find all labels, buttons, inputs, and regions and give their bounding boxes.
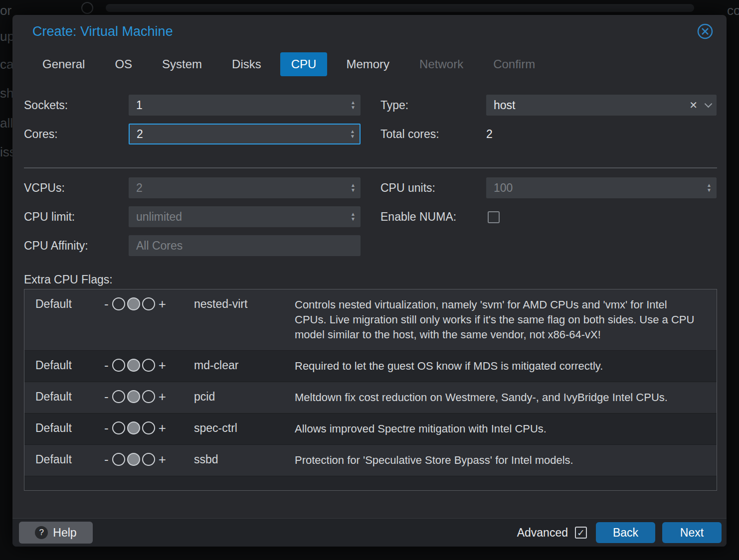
dialog-tabs: General OS System Disks CPU Memory Netwo… <box>31 52 546 76</box>
enable-numa-checkbox[interactable] <box>488 211 500 223</box>
flag-name: nested-virt <box>194 297 295 311</box>
flag-state: Default <box>24 421 93 435</box>
enable-numa-label: Enable NUMA: <box>380 206 456 227</box>
backdrop-text-fragment: sh <box>0 86 13 101</box>
toggle-plus-icon[interactable]: + <box>157 297 168 310</box>
type-combo[interactable]: host ✕ <box>486 95 717 116</box>
toggle-off-circle[interactable] <box>112 390 125 403</box>
flag-toggle[interactable]: - + <box>93 390 194 403</box>
help-button[interactable]: ? Help <box>19 522 93 544</box>
flag-name: ssbd <box>194 453 295 466</box>
spinner-icon[interactable]: ▲▼ <box>350 129 355 139</box>
toggle-minus-icon[interactable]: - <box>103 359 110 372</box>
flag-description: Meltdown fix cost reduction on Westmere,… <box>295 390 717 405</box>
toggle-default-circle[interactable] <box>127 421 140 434</box>
advanced-checkbox[interactable]: ✓ <box>575 527 587 539</box>
clear-icon[interactable]: ✕ <box>689 99 698 111</box>
tab-disks[interactable]: Disks <box>221 52 272 76</box>
spinner-icon: ▲▼ <box>707 183 712 193</box>
toggle-plus-icon[interactable]: + <box>157 421 168 434</box>
dialog-title: Create: Virtual Machine <box>32 24 173 39</box>
advanced-label: Advanced <box>517 526 568 540</box>
sockets-field[interactable]: 1 ▲▼ <box>129 95 361 116</box>
toggle-on-circle[interactable] <box>142 421 155 434</box>
table-row: Default - + md-clear Required to let the… <box>24 351 717 382</box>
toggle-off-circle[interactable] <box>112 359 125 372</box>
total-cores-value: 2 <box>486 124 493 144</box>
backdrop-text-fragment: or <box>0 3 11 18</box>
table-row: Default - + ssbd Protection for 'Specula… <box>24 445 717 476</box>
toggle-default-circle[interactable] <box>127 390 140 403</box>
cpu-affinity-label: CPU Affinity: <box>24 235 88 256</box>
toggle-minus-icon[interactable]: - <box>103 421 110 434</box>
flag-toggle[interactable]: - + <box>93 421 194 434</box>
help-button-label: Help <box>53 526 76 540</box>
toggle-on-circle[interactable] <box>142 359 155 372</box>
tab-system[interactable]: System <box>151 52 213 76</box>
total-cores-label: Total cores: <box>380 124 439 144</box>
flag-toggle[interactable]: - + <box>93 359 194 372</box>
toggle-minus-icon[interactable]: - <box>103 453 110 466</box>
flag-toggle[interactable]: - + <box>93 297 194 310</box>
backdrop-dim-row <box>106 4 694 12</box>
toggle-on-circle[interactable] <box>142 390 155 403</box>
flag-description: Protection for 'Speculative Store Bypass… <box>295 453 717 468</box>
backdrop-text-fragment: co <box>727 3 739 18</box>
next-button[interactable]: Next <box>662 522 722 543</box>
sockets-label: Sockets: <box>24 95 68 116</box>
toggle-off-circle[interactable] <box>112 297 125 310</box>
tab-os[interactable]: OS <box>104 52 143 76</box>
cpu-units-field: 100 ▲▼ <box>486 177 717 198</box>
cpu-limit-label: CPU limit: <box>24 206 75 227</box>
table-row: Default - + pcid Meltdown fix cost reduc… <box>24 382 717 414</box>
toggle-off-circle[interactable] <box>112 421 125 434</box>
toggle-plus-icon[interactable]: + <box>157 359 168 372</box>
toggle-off-circle[interactable] <box>112 453 125 466</box>
spinner-icon[interactable]: ▲▼ <box>351 100 356 110</box>
toggle-default-circle[interactable] <box>127 359 140 372</box>
section-divider <box>24 167 717 168</box>
toggle-minus-icon[interactable]: - <box>103 297 110 310</box>
toggle-plus-icon[interactable]: + <box>157 390 168 403</box>
toggle-plus-icon[interactable]: + <box>157 453 168 466</box>
dialog-footer: ? Help Advanced ✓ Back Next <box>12 518 727 547</box>
extra-cpu-flags-label: Extra CPU Flags: <box>24 273 113 286</box>
toggle-default-circle[interactable] <box>127 297 140 310</box>
tab-memory[interactable]: Memory <box>335 52 400 76</box>
table-row: Default - + nested-virt Controls nested … <box>24 289 717 351</box>
backdrop-text-fragment: ca <box>0 57 13 72</box>
flag-toggle[interactable]: - + <box>93 453 194 466</box>
toggle-on-circle[interactable] <box>142 453 155 466</box>
flag-state: Default <box>24 359 93 372</box>
flag-description: Controls nested virtualization, namely '… <box>295 297 717 342</box>
create-vm-dialog: Create: Virtual Machine General OS Syste… <box>12 15 727 547</box>
flag-state: Default <box>24 453 93 466</box>
flag-description: Required to let the guest OS know if MDS… <box>295 359 717 374</box>
flag-state: Default <box>24 297 93 311</box>
vcpus-label: VCPUs: <box>24 177 65 198</box>
cores-field[interactable]: 2 ▲▼ <box>129 124 361 144</box>
flag-name: pcid <box>194 390 295 404</box>
toggle-on-circle[interactable] <box>142 297 155 310</box>
tab-network: Network <box>408 52 474 76</box>
question-icon: ? <box>35 526 48 539</box>
cpu-affinity-field: All Cores <box>129 235 361 256</box>
dialog-header: Create: Virtual Machine <box>12 15 727 50</box>
tab-general[interactable]: General <box>31 52 96 76</box>
tab-confirm: Confirm <box>482 52 546 76</box>
flag-name: md-clear <box>194 359 295 372</box>
back-button[interactable]: Back <box>596 522 655 543</box>
toggle-default-circle[interactable] <box>127 453 140 466</box>
cores-label: Cores: <box>24 124 58 144</box>
table-row: Default - + spec-ctrl Allows improved Sp… <box>24 414 717 445</box>
backdrop-circle-icon <box>81 2 93 14</box>
spinner-icon: ▲▼ <box>351 183 356 193</box>
tab-cpu[interactable]: CPU <box>280 52 328 76</box>
close-icon[interactable] <box>697 23 714 40</box>
flag-description: Allows improved Spectre mitigation with … <box>295 421 717 436</box>
flag-state: Default <box>24 390 93 404</box>
toggle-minus-icon[interactable]: - <box>103 390 110 403</box>
cpu-flags-table: Default - + nested-virt Controls nested … <box>24 289 717 491</box>
chevron-down-icon[interactable] <box>705 100 713 108</box>
cpu-units-label: CPU units: <box>380 177 435 198</box>
